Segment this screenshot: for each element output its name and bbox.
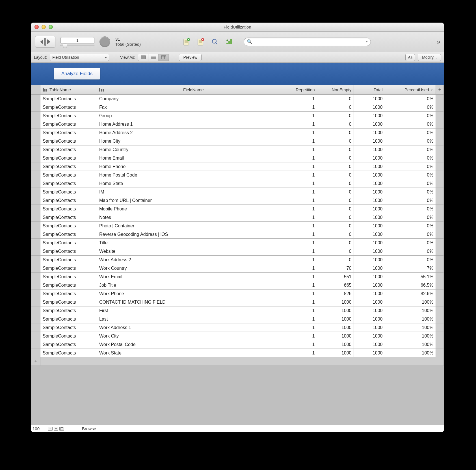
cell-nonempty[interactable]: 0 — [317, 179, 354, 188]
cell-nonempty[interactable]: 826 — [317, 290, 354, 298]
cell-nonempty[interactable]: 0 — [317, 256, 354, 264]
cell-field[interactable]: Home Postal Code — [97, 171, 283, 179]
table-row[interactable]: SampleContactsLast110001000100% — [31, 315, 444, 323]
delete-record-icon[interactable] — [197, 38, 205, 46]
cell-table[interactable]: SampleContacts — [40, 239, 97, 247]
cell-total[interactable]: 1000 — [354, 205, 385, 213]
row-handle[interactable] — [31, 306, 40, 315]
table-row[interactable]: SampleContactsHome City1010000% — [31, 137, 444, 145]
cell-table[interactable]: SampleContacts — [40, 332, 97, 340]
cell-table[interactable]: SampleContacts — [40, 264, 97, 273]
new-record-icon[interactable] — [183, 38, 191, 46]
cell-field[interactable]: Work Phone — [97, 290, 283, 298]
cell-total[interactable]: 1000 — [354, 264, 385, 273]
cell-percent[interactable]: 66.5% — [385, 281, 436, 290]
sort-icon[interactable] — [225, 38, 233, 46]
cell-nonempty[interactable]: 1000 — [317, 315, 354, 323]
cell-repetition[interactable]: 1 — [283, 196, 317, 205]
cell-nonempty[interactable]: 0 — [317, 129, 354, 137]
cell-table[interactable]: SampleContacts — [40, 171, 97, 179]
row-handle[interactable] — [31, 264, 40, 273]
cell-total[interactable]: 1000 — [354, 162, 385, 171]
cell-repetition[interactable]: 1 — [283, 154, 317, 162]
cell-table[interactable]: SampleContacts — [40, 273, 97, 281]
cell-nonempty[interactable]: 0 — [317, 205, 354, 213]
cell-total[interactable]: 1000 — [354, 129, 385, 137]
cell-total[interactable]: 1000 — [354, 103, 385, 112]
cell-repetition[interactable]: 1 — [283, 205, 317, 213]
cell-percent[interactable]: 55.1% — [385, 273, 436, 281]
table-row[interactable]: SampleContactsGroup1010000% — [31, 112, 444, 120]
row-handle[interactable] — [31, 340, 40, 349]
cell-percent[interactable]: 0% — [385, 137, 436, 145]
cell-percent[interactable]: 100% — [385, 315, 436, 323]
table-row[interactable]: SampleContactsWork Email1551100055.1% — [31, 273, 444, 281]
cell-nonempty[interactable]: 0 — [317, 222, 354, 230]
table-row[interactable]: SampleContactsWork Postal Code1100010001… — [31, 340, 444, 349]
viewas-table-icon[interactable] — [159, 54, 169, 61]
cell-total[interactable]: 1000 — [354, 332, 385, 340]
cell-table[interactable]: SampleContacts — [40, 247, 97, 256]
chevron-left-icon[interactable] — [40, 39, 43, 44]
cell-percent[interactable]: 0% — [385, 230, 436, 239]
cell-nonempty[interactable]: 1000 — [317, 306, 354, 315]
cell-field[interactable]: IM — [97, 188, 283, 196]
cell-repetition[interactable]: 1 — [283, 171, 317, 179]
dropdown-icon[interactable]: ▾ — [366, 40, 368, 43]
cell-nonempty[interactable]: 1000 — [317, 340, 354, 349]
cell-total[interactable]: 1000 — [354, 154, 385, 162]
cell-total[interactable]: 1000 — [354, 145, 385, 154]
cell-table[interactable]: SampleContacts — [40, 213, 97, 222]
cell-repetition[interactable]: 1 — [283, 222, 317, 230]
col-header-total[interactable]: Total — [354, 85, 385, 95]
cell-nonempty[interactable]: 551 — [317, 273, 354, 281]
cell-nonempty[interactable]: 0 — [317, 247, 354, 256]
cell-field[interactable]: Reverse Geocoding Address | iOS — [97, 230, 283, 239]
cell-percent[interactable]: 0% — [385, 145, 436, 154]
cell-percent[interactable]: 0% — [385, 247, 436, 256]
zoom-in-icon[interactable]: + — [54, 427, 58, 431]
analyze-fields-button[interactable]: Analyze Fields — [54, 68, 100, 80]
cell-total[interactable]: 1000 — [354, 137, 385, 145]
table-row[interactable]: SampleContactsWork Address 21010000% — [31, 256, 444, 264]
cell-field[interactable]: Fax — [97, 103, 283, 112]
cell-total[interactable]: 1000 — [354, 171, 385, 179]
table-row[interactable]: SampleContactsTitle1010000% — [31, 239, 444, 247]
table-row[interactable]: SampleContactsHome Email1010000% — [31, 154, 444, 162]
cell-nonempty[interactable]: 1000 — [317, 323, 354, 332]
add-row-button[interactable]: + — [31, 357, 40, 366]
table-row[interactable]: SampleContactsWork City110001000100% — [31, 332, 444, 340]
cell-field[interactable]: Home Country — [97, 145, 283, 154]
cell-repetition[interactable]: 1 — [283, 264, 317, 273]
cell-table[interactable]: SampleContacts — [40, 230, 97, 239]
row-handle[interactable] — [31, 179, 40, 188]
cell-total[interactable]: 1000 — [354, 306, 385, 315]
row-handle[interactable] — [31, 171, 40, 179]
preview-button[interactable]: Preview — [179, 54, 202, 61]
cell-total[interactable]: 1000 — [354, 230, 385, 239]
cell-table[interactable]: SampleContacts — [40, 196, 97, 205]
formatting-bar-button[interactable]: Aa — [405, 54, 415, 61]
cell-field[interactable]: Job Title — [97, 281, 283, 290]
row-handle[interactable] — [31, 281, 40, 290]
cell-field[interactable]: Mobile Phone — [97, 205, 283, 213]
add-column-button[interactable]: + — [436, 85, 444, 95]
cell-field[interactable]: Home Address 1 — [97, 120, 283, 129]
table-row[interactable]: SampleContactsWebsite1010000% — [31, 247, 444, 256]
cell-repetition[interactable]: 1 — [283, 323, 317, 332]
cell-nonempty[interactable]: 0 — [317, 112, 354, 120]
cell-repetition[interactable]: 1 — [283, 281, 317, 290]
cell-table[interactable]: SampleContacts — [40, 306, 97, 315]
overflow-icon[interactable]: » — [437, 38, 440, 46]
viewas-form-icon[interactable] — [138, 54, 148, 61]
found-set-pie-icon[interactable] — [99, 36, 110, 47]
search-field[interactable]: 🔍 ▾ — [244, 38, 371, 46]
cell-repetition[interactable]: 1 — [283, 256, 317, 264]
cell-table[interactable]: SampleContacts — [40, 205, 97, 213]
cell-percent[interactable]: 100% — [385, 332, 436, 340]
cell-repetition[interactable]: 1 — [283, 315, 317, 323]
row-handle[interactable] — [31, 290, 40, 298]
cell-percent[interactable]: 0% — [385, 171, 436, 179]
cell-nonempty[interactable]: 0 — [317, 103, 354, 112]
cell-repetition[interactable]: 1 — [283, 120, 317, 129]
